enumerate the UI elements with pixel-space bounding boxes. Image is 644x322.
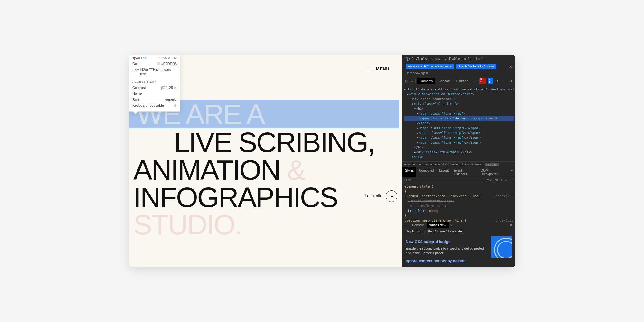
cta-button[interactable]: Let's talk ↳ [365, 190, 397, 202]
tooltip-dimensions: 1158 × 132 [159, 56, 177, 61]
dont-show-again-link[interactable]: Don't show again [402, 70, 515, 77]
hero-line: STUDIO. [129, 211, 399, 238]
whats-new-illustration [491, 236, 512, 258]
styles-panel[interactable]: element.style { } .loaded .section-hero … [402, 183, 515, 222]
styles-filter-input[interactable] [404, 178, 424, 182]
hov-toggle[interactable]: :hov [486, 178, 491, 182]
devtools-toolbar: ⬚ ▭ Elements Console Sources » ✖ 1 ▪ 1 ⚙… [402, 77, 515, 85]
tab-event-listeners[interactable]: Event Listeners [451, 167, 478, 177]
issue-count-badge[interactable]: ▪ 1 [488, 78, 493, 84]
device-toggle-icon[interactable]: ▭ [410, 78, 414, 84]
drawer-tab-bar: ⋮ Console What's New ✕ ✕ [402, 222, 515, 228]
info-icon: i [406, 57, 410, 61]
close-banner-button[interactable]: ✕ [509, 64, 512, 69]
warning-icon: ⊘ [174, 86, 177, 90]
menu-button[interactable]: MENU [366, 66, 390, 71]
drawer-kebab-icon[interactable]: ⋮ [402, 222, 410, 228]
devtools-panel: i DevTools is now available in Russian! … [402, 55, 515, 267]
not-focusable-icon: ⊘ [174, 103, 177, 108]
match-language-button[interactable]: Always match Chrome's language [406, 64, 454, 69]
close-drawer-icon[interactable]: ✕ [507, 223, 515, 228]
text-sample-icon: Aa [161, 86, 165, 90]
close-tab-icon[interactable]: ✕ [450, 223, 453, 227]
devtools-info-banner: i DevTools is now available in Russian! [402, 55, 515, 62]
drawer-tab-console[interactable]: Console [410, 222, 427, 228]
color-swatch-icon [157, 62, 160, 65]
cta-label: Let's talk [365, 194, 381, 198]
drawer-subtitle: Highlights from the Chrome 115 update [402, 228, 515, 234]
hero-heading: WE ARE A LIVE SCRIBING, ANIMATION & INFO… [129, 100, 399, 239]
styles-sidebar-icon[interactable]: ◫ [510, 178, 513, 182]
switch-language-button[interactable]: Switch DevTools to Russian [456, 64, 496, 69]
browser-window: span.line 1158 × 132 Color#F0DED6 Font14… [129, 55, 515, 267]
drawer-tab-whatsnew[interactable]: What's New [427, 222, 449, 228]
tooltip-accessibility-heading: ACCESSIBILITY [129, 79, 180, 83]
tooltip-selector: span.line [132, 56, 147, 61]
tab-computed[interactable]: Computed [416, 167, 436, 177]
inspector-tooltip: span.line 1158 × 132 Color#F0DED6 Font14… [129, 55, 180, 112]
dom-tree[interactable]: ection1" data-scroll-section-inview styl… [402, 85, 515, 161]
new-style-rule-icon[interactable]: + [501, 178, 502, 182]
whats-new-content: New CSS subgrid badge Enable the subgrid… [402, 234, 515, 267]
tab-styles[interactable]: Styles [402, 167, 416, 177]
hero-line: INFOGRAPHICS [129, 184, 399, 211]
cls-toggle[interactable]: .cls [494, 178, 498, 182]
tab-layout[interactable]: Layout [436, 167, 451, 177]
menu-label: MENU [376, 66, 390, 71]
inspect-element-icon[interactable]: ⬚ [404, 78, 409, 84]
whats-new-heading: Ignore content scripts by default [406, 258, 512, 264]
styles-tab-bar: Styles Computed Layout Event Listeners D… [402, 167, 515, 177]
rendered-page: span.line 1158 × 132 Color#F0DED6 Font14… [129, 55, 402, 267]
tabs-overflow-icon[interactable]: » [471, 78, 478, 84]
styles-filter-bar: :hov .cls + ▭ ◫ [402, 177, 515, 183]
styles-overflow-icon[interactable]: » [508, 167, 515, 177]
tab-sources[interactable]: Sources [454, 78, 471, 84]
hero-line: LIVE SCRIBING, [129, 128, 399, 156]
selected-dom-node[interactable]: <span class="line">We are a </span> == $… [404, 116, 514, 121]
settings-gear-icon[interactable]: ⚙ [495, 78, 500, 84]
tab-elements[interactable]: Elements [417, 78, 435, 84]
tab-console[interactable]: Console [436, 78, 453, 84]
arrow-icon: ↳ [386, 190, 397, 202]
kebab-menu-icon[interactable]: ⋮ [502, 78, 507, 84]
error-count-badge[interactable]: ✖ 1 [479, 78, 486, 84]
hero-line: ANIMATION & [129, 156, 399, 184]
tab-dom-breakpoints[interactable]: DOM Breakpoints [478, 167, 508, 177]
computed-toggle-icon[interactable]: ▭ [505, 178, 508, 182]
close-devtools-icon[interactable]: ✕ [508, 78, 513, 84]
dom-breadcrumbs[interactable]: ◂ section-hero div.container div.h1-hold… [402, 161, 515, 167]
hamburger-icon [366, 68, 372, 70]
